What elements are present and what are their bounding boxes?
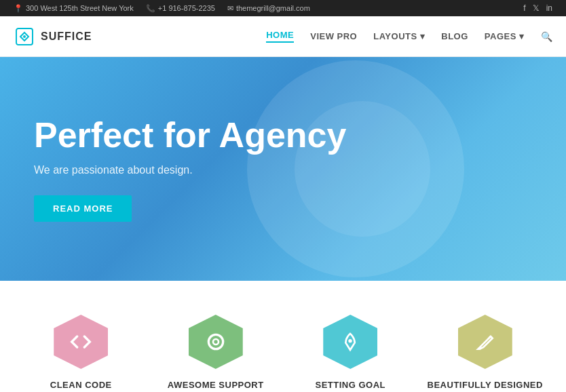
clean-code-icon — [54, 315, 108, 369]
address-item: 📍 300 West 125th Street New York — [14, 4, 134, 13]
social-links: f 𝕏 in — [523, 3, 552, 13]
logo-text: SUFFICE — [41, 31, 92, 43]
email-text: themegrill@gmail.com — [236, 4, 310, 12]
top-bar-left: 📍 300 West 125th Street New York 📞 +1 91… — [14, 4, 310, 13]
nav-home[interactable]: HOME — [266, 30, 294, 43]
code-svg — [70, 331, 92, 353]
location-icon: 📍 — [14, 4, 23, 13]
twitter-icon[interactable]: 𝕏 — [533, 3, 540, 13]
pen-svg — [474, 331, 496, 353]
features-section: CLEAN CODE The point of using Lorem Ipsu… — [0, 281, 566, 392]
nav-pages[interactable]: PAGES ▾ — [485, 31, 525, 41]
svg-point-2 — [208, 334, 223, 349]
rocket-svg — [339, 331, 361, 353]
design-title: BEAUTIFULLY DESIGNED — [428, 380, 543, 390]
hero-subtitle: We are passionate about design. — [34, 164, 346, 176]
nav-viewpro[interactable]: VIEW PRO — [310, 31, 357, 41]
linkedin-icon[interactable]: in — [546, 3, 552, 13]
support-icon — [189, 315, 243, 369]
logo[interactable]: SUFFICE — [14, 26, 92, 47]
email-icon: ✉ — [227, 4, 233, 13]
goal-title: SETTING GOAL — [316, 380, 386, 390]
address-text: 300 West 125th Street New York — [26, 4, 134, 12]
logo-icon — [14, 26, 35, 47]
support-svg — [205, 331, 227, 353]
svg-line-5 — [489, 336, 491, 338]
header: SUFFICE HOME VIEW PRO LAYOUTS ▾ BLOG PAG… — [0, 16, 566, 57]
hero-section: Perfect for Agency We are passionate abo… — [0, 57, 566, 281]
top-bar: 📍 300 West 125th Street New York 📞 +1 91… — [0, 0, 566, 16]
email-item: ✉ themegrill@gmail.com — [227, 4, 310, 13]
phone-icon: 📞 — [146, 4, 155, 13]
main-nav: HOME VIEW PRO LAYOUTS ▾ BLOG PAGES ▾ 🔍 — [266, 30, 552, 43]
svg-point-1 — [23, 35, 26, 38]
nav-blog[interactable]: BLOG — [441, 31, 468, 41]
feature-clean-code: CLEAN CODE The point of using Lorem Ipsu… — [20, 315, 142, 392]
read-more-button[interactable]: READ MORE — [34, 195, 132, 222]
hero-title: Perfect for Agency — [34, 116, 346, 155]
support-title: AWESOME SUPPORT — [168, 380, 264, 390]
feature-awesome-support: AWESOME SUPPORT The point of using Lorem… — [155, 315, 277, 392]
svg-point-4 — [349, 339, 352, 342]
search-button[interactable]: 🔍 — [541, 31, 553, 42]
hero-content: Perfect for Agency We are passionate abo… — [34, 116, 346, 222]
feature-setting-goal: SETTING GOAL The point of using Lorem Ip… — [289, 315, 411, 392]
feature-beautifully-designed: BEAUTIFULLY DESIGNED The point of using … — [424, 315, 546, 392]
nav-layouts[interactable]: LAYOUTS ▾ — [373, 31, 425, 41]
facebook-icon[interactable]: f — [523, 3, 525, 13]
goal-icon — [323, 315, 377, 369]
clean-code-title: CLEAN CODE — [50, 380, 112, 390]
phone-item: 📞 +1 916-875-2235 — [146, 4, 215, 13]
svg-point-3 — [213, 339, 219, 345]
phone-text: +1 916-875-2235 — [158, 4, 215, 12]
design-icon — [458, 315, 512, 369]
